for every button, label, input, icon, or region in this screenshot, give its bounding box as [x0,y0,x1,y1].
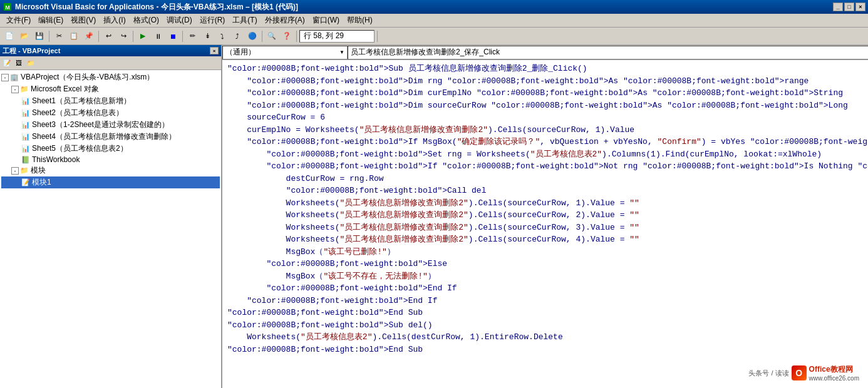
code-line: destCurRow = rng.Row [227,173,868,185]
menu-format[interactable]: 格式(O) [130,14,163,27]
code-line: "color:#00008B;font-weight:bold">Sub 员工考… [227,63,868,75]
toolbar-help[interactable]: ❓ [280,29,294,43]
menu-window[interactable]: 窗口(W) [309,14,343,27]
watermark-brand: Office教程网 [809,364,859,375]
toolbar-sep4 [182,31,183,42]
toolbar-find[interactable]: 🔍 [265,29,279,43]
procedure-dropdown[interactable]: 员工考核信息新增修改查询删除2_保存_Click ▼ [348,46,868,59]
watermark-url: www.office26.com [809,375,859,382]
module-icon: 📝 [21,178,30,186]
watermark: 头条号 / 读读 O Office教程网 www.office26.com [745,363,863,383]
toolbar-open[interactable]: 📂 [18,29,31,43]
code-header: （通用） ▼ 员工考核信息新增修改查询删除2_保存_Click ▼ [222,45,868,60]
menu-addins[interactable]: 外接程序(A) [261,14,309,27]
tree-label-excel-objects: Microsoft Excel 对象 [31,84,99,94]
tree-label-sheet2: Sheet2（员工考核信息表） [32,108,123,118]
tree-label-thisworkbook: ThisWorkbook [32,155,80,164]
toolbar-run[interactable]: ▶ [136,29,150,43]
tree-item-sheet3[interactable]: 📊 Sheet3（1-2Sheet是通过录制宏创建的） [1,119,220,131]
code-line: "color:#00008B;font-weight:bold">End Sub [227,344,868,356]
watermark-text1: 头条号 / 读读 [748,369,788,378]
window-buttons[interactable]: _ □ × [833,3,865,11]
tree-expand-vbaproject[interactable]: - [1,74,9,81]
menu-view[interactable]: 视图(V) [67,14,100,27]
menu-insert[interactable]: 插入(I) [100,14,129,27]
toolbar-stepout[interactable]: ⤴ [230,29,244,43]
main-toolbar: 📄 📂 💾 ✂ 📋 📌 ↩ ↪ ▶ ⏸ ⏹ ✏ ↡ ⤵ ⤴ 🔵 🔍 ❓ 行 58… [0,28,868,45]
title-text: Microsoft Visual Basic for Applications … [15,2,833,13]
code-line: "color:#00008B;font-weight:bold">Else [227,258,868,270]
code-line: "color:#00008B;font-weight:bold">If "col… [227,160,868,173]
tree-item-sheet4[interactable]: 📊 Sheet4（员工考核信息新增修改查询删除） [1,131,220,143]
sheet-icon-2: 📊 [21,109,30,117]
toolbar-copy[interactable]: 📋 [67,29,81,43]
code-line: MsgBox（"该工号已删除!"） [227,246,868,258]
svg-text:M: M [5,4,10,11]
panel-toggle-folders[interactable]: 📁 [25,58,36,69]
tree-item-vbaproject[interactable]: - 🏢 VBAProject（今日头条-VBA练习.xlsm） [1,71,220,83]
tree-label-sheet5: Sheet5（员工考核信息表2） [32,143,128,154]
code-editor-panel: （通用） ▼ 员工考核信息新增修改查询删除2_保存_Click ▼ "color… [222,45,868,388]
app-icon: M [3,2,13,12]
toolbar-pause[interactable]: ⏸ [151,29,165,43]
toolbar-step[interactable]: ↡ [200,29,214,43]
close-button[interactable]: × [855,3,865,11]
toolbar-undo[interactable]: ↩ [101,29,115,43]
code-line: curEmplNo = Worksheets("员工考核信息新增修改查询删除2"… [227,124,868,136]
code-line: Worksheets("员工考核信息新增修改查询删除2").Cells(sour… [227,222,868,234]
toolbar-bp[interactable]: 🔵 [245,29,259,43]
menu-help[interactable]: 帮助(H) [343,14,376,27]
sheet-icon-5: 📊 [21,145,30,153]
menu-file[interactable]: 文件(F) [3,14,34,27]
menu-tools[interactable]: 工具(T) [229,14,261,27]
toolbar-sep7 [377,31,378,42]
tree-item-sheet1[interactable]: 📊 Sheet1（员工考核信息新增） [1,95,220,107]
toolbar-design[interactable]: ✏ [185,29,199,43]
toolbar-sep5 [262,31,262,42]
toolbar-new[interactable]: 📄 [3,29,16,43]
menu-run[interactable]: 运行(R) [196,14,229,27]
toolbar-sep3 [133,31,133,42]
code-line: Worksheets("员工考核信息新增修改查询删除2").Cells(sour… [227,209,868,222]
code-line: "color:#00008B;font-weight:bold">Dim sou… [227,100,868,112]
tree-item-sheet2[interactable]: 📊 Sheet2（员工考核信息表） [1,107,220,119]
sheet-icon-4: 📊 [21,133,30,141]
toolbar-stepover[interactable]: ⤵ [215,29,229,43]
procedure-dropdown-value: 员工考核信息新增修改查询删除2_保存_Click [351,47,500,58]
tree-item-module1[interactable]: 📝 模块1 [1,176,220,188]
project-icon: 🏢 [10,73,19,81]
project-tree[interactable]: - 🏢 VBAProject（今日头条-VBA练习.xlsm） - 📁 Micr… [0,70,221,388]
panel-close-button[interactable]: × [210,47,219,54]
code-line: "color:#00008B;font-weight:bold">Set rng… [227,148,868,161]
menu-debug[interactable]: 调试(D) [163,14,196,27]
code-line: "color:#00008B;font-weight:bold">End If [227,282,868,295]
code-line: "color:#00008B;font-weight:bold">Call de… [227,185,868,197]
object-dropdown-arrow: ▼ [339,49,344,55]
sheet-icon-3: 📊 [21,121,30,129]
object-dropdown-value: （通用） [225,47,256,58]
toolbar-stop[interactable]: ⏹ [166,29,180,43]
toolbar-paste[interactable]: 📌 [82,29,96,43]
tree-item-thisworkbook[interactable]: 📗 ThisWorkbook [1,155,220,165]
tree-label-vbaproject: VBAProject（今日头条-VBA练习.xlsm） [21,72,154,83]
panel-view-code[interactable]: 📝 [1,58,13,69]
menu-edit[interactable]: 编辑(E) [34,14,67,27]
object-dropdown[interactable]: （通用） ▼ [222,46,348,59]
panel-view-object[interactable]: 🖼 [13,58,24,69]
toolbar-save[interactable]: 💾 [33,29,46,43]
maximize-button[interactable]: □ [844,3,854,11]
code-line: "color:#00008B;font-weight:bold">If MsgB… [227,136,868,148]
tree-expand-modules[interactable]: - [11,167,19,175]
code-area[interactable]: "color:#00008B;font-weight:bold">Sub 员工考… [222,60,868,388]
toolbar-cut[interactable]: ✂ [52,29,66,43]
tree-item-sheet5[interactable]: 📊 Sheet5（员工考核信息表2） [1,143,220,155]
tree-expand-excel-objects[interactable]: - [11,86,19,93]
minimize-button[interactable]: _ [833,3,843,11]
watermark-text2: Office教程网 www.office26.com [809,364,859,382]
code-line: sourceCurRow = 6 [227,111,868,124]
tree-item-excel-objects[interactable]: - 📁 Microsoft Excel 对象 [1,83,220,95]
tree-item-modules-folder[interactable]: - 📁 模块 [1,165,220,176]
toolbar-redo[interactable]: ↪ [116,29,130,43]
toolbar-sep2 [98,31,99,42]
code-line: Worksheets("员工考核信息新增修改查询删除2").Cells(sour… [227,197,868,210]
